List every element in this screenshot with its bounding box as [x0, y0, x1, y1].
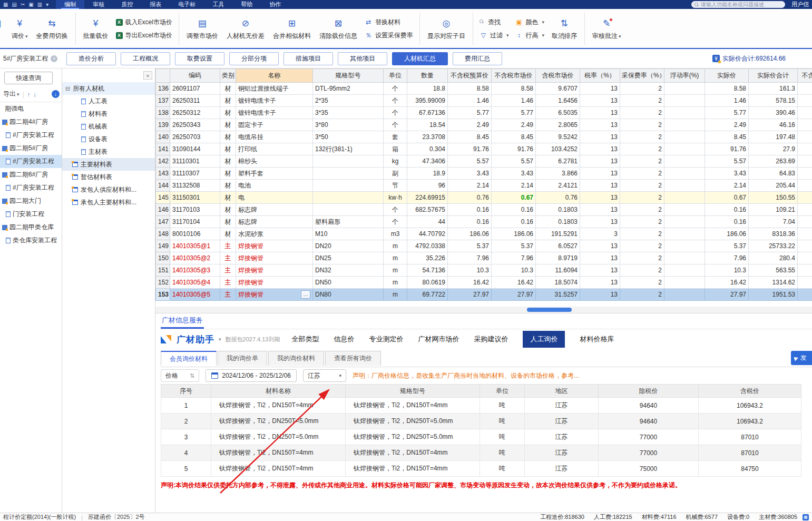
cell[interactable]: M10	[313, 228, 384, 240]
cell[interactable]: 8.45	[448, 131, 492, 143]
cell[interactable]: 46.16	[749, 119, 798, 131]
cell[interactable]: 8.45	[492, 131, 536, 143]
cell[interactable]: 54.7136	[407, 264, 448, 277]
cell[interactable]: 镀锌电缆卡子	[236, 107, 313, 119]
cell[interactable]: DN80	[313, 289, 384, 301]
export-excel-market-price-button[interactable]: X导出Excel市场价	[114, 31, 174, 41]
project-tree-item[interactable]: 期强电	[0, 102, 62, 115]
horizontal-scrollbar[interactable]	[155, 307, 812, 313]
rcj-tree-item[interactable]: 暂估材料表	[62, 171, 155, 183]
cell[interactable]: 箱	[384, 143, 407, 155]
cell[interactable]: 13	[580, 216, 620, 228]
cell[interactable]: 2.14	[705, 180, 749, 192]
cell[interactable]	[664, 204, 705, 216]
cell[interactable]: 棉纱头	[236, 155, 313, 168]
cell[interactable]: 镀锌电缆卡子	[236, 95, 313, 107]
adjust-price-button[interactable]: ¥调价▾	[8, 11, 31, 47]
table-row[interactable]: 14731170104材标志牌塑料扁形个440.160.160.18031320…	[156, 216, 812, 228]
cell[interactable]	[798, 168, 812, 180]
cell[interactable]	[664, 95, 705, 107]
cell[interactable]: 31170104	[170, 216, 220, 228]
cell[interactable]: 13	[580, 95, 620, 107]
cell[interactable]: m	[384, 240, 407, 252]
row-number-cell[interactable]: 140	[156, 131, 170, 143]
cell[interactable]: 江苏	[525, 461, 599, 477]
cell[interactable]: 8.58	[705, 83, 749, 95]
column-header[interactable]: 类别	[220, 69, 236, 83]
column-header[interactable]: 采保费率（%）	[620, 69, 664, 83]
table-row[interactable]: 15114010305@3主焊接钢管DN32m54.713610.310.311…	[156, 264, 812, 277]
column-header[interactable]: 不含税预算价	[448, 69, 492, 83]
column-header[interactable]: 实际价	[705, 69, 749, 83]
cell[interactable]: 0.76	[448, 192, 492, 204]
cell[interactable]: 91.76	[492, 143, 536, 155]
menu-tab-tools[interactable]: 工具	[204, 0, 232, 9]
cell[interactable]: 吨	[480, 429, 525, 445]
cell[interactable]: 1314.62	[749, 277, 798, 289]
cell[interactable]: 3*80	[313, 119, 384, 131]
cell[interactable]: 35.226	[407, 252, 448, 264]
cell[interactable]: 节	[384, 180, 407, 192]
cell[interactable]: 材	[220, 119, 236, 131]
cell[interactable]: 161.3	[749, 83, 798, 95]
cell[interactable]: 0.1803	[536, 204, 580, 216]
column-header[interactable]: 含税价	[699, 385, 801, 398]
cell[interactable]: 材	[220, 180, 236, 192]
cell[interactable]: 3.43	[705, 168, 749, 180]
cell[interactable]: 2	[620, 252, 664, 264]
nav-all-types[interactable]: 全部类型	[291, 335, 319, 344]
cell[interactable]: 个	[384, 95, 407, 107]
cell[interactable]	[798, 95, 812, 107]
cell[interactable]: 7.04	[749, 216, 798, 228]
cell[interactable]: 26250311	[170, 95, 220, 107]
cell[interactable]	[798, 204, 812, 216]
subtab-view-all-inquiries[interactable]: 查看所有询价	[325, 351, 381, 366]
cell[interactable]: 395.99009	[407, 95, 448, 107]
cell[interactable]: m3	[384, 228, 407, 240]
cell[interactable]: 14010305@2	[170, 252, 220, 264]
cell[interactable]: 钛焊接钢管，Ti2，DN250T=5.0mm	[211, 429, 346, 445]
cell[interactable]	[798, 289, 812, 301]
region-select[interactable]: 江苏 ▾	[303, 369, 346, 382]
column-header[interactable]: 不含税市场价	[492, 69, 536, 83]
table-row[interactable]: 14880010106材水泥砂浆M10m344.70792186.06186.0…	[156, 228, 812, 240]
cell[interactable]: 103.4252	[536, 143, 580, 155]
cell[interactable]: 1.46	[448, 95, 492, 107]
cell[interactable]: 3	[580, 228, 620, 240]
copy-icon[interactable]: ▣	[28, 2, 33, 7]
merge-similar-materials-button[interactable]: ⊞合并相似材料	[270, 11, 314, 47]
cell[interactable]: 13	[580, 83, 620, 95]
cell[interactable]: 2.14	[448, 180, 492, 192]
table-row[interactable]: 15214010305@4主焊接钢管DN50m80.061916.4216.42…	[156, 277, 812, 289]
cell[interactable]: 电池	[236, 180, 313, 192]
row-number-cell[interactable]: 148	[156, 228, 170, 240]
table-row[interactable]: 15014010305@2主焊接钢管DN25m35.2267.967.968.9…	[156, 252, 812, 264]
column-header[interactable]: 名称	[236, 69, 313, 83]
cell[interactable]: 18.5074	[536, 277, 580, 289]
cell[interactable]: 31090144	[170, 143, 220, 155]
subtab-my-inquiry-orders[interactable]: 我的询价单	[218, 351, 267, 366]
cell[interactable]: 3.43	[492, 168, 536, 180]
cell[interactable]	[664, 168, 705, 180]
cut-icon[interactable]: ✂	[21, 2, 25, 7]
table-row[interactable]: 14914010305@1主焊接钢管DN20m4792.03385.375.37…	[156, 240, 812, 252]
cell[interactable]: 91.76	[705, 143, 749, 155]
cell[interactable]: 18.9	[407, 168, 448, 180]
column-header[interactable]: 数量	[407, 69, 448, 83]
cell[interactable]: 91.76	[448, 143, 492, 155]
cell[interactable]: 10.3	[705, 264, 749, 277]
cell[interactable]: 主	[220, 289, 236, 301]
import-excel-market-price-button[interactable]: X载入Excel市场价	[114, 17, 174, 27]
cell[interactable]: 5.37	[705, 240, 749, 252]
cell[interactable]	[798, 216, 812, 228]
cell[interactable]: 主	[220, 277, 236, 289]
cell[interactable]: 1.6456	[536, 95, 580, 107]
statusbar-app-icon[interactable]: ▦	[803, 514, 809, 520]
menu-tab-report[interactable]: 报表	[141, 0, 170, 9]
project-tree-item[interactable]: #厂房安装工程	[0, 181, 62, 194]
cancel-sort-button[interactable]: ⇅取消排序	[549, 11, 580, 47]
column-header[interactable]: 规格型号	[346, 385, 480, 398]
cell[interactable]: 224.69915	[407, 192, 448, 204]
row-number-cell[interactable]: 151	[156, 264, 170, 277]
inquiry-row[interactable]: 1钛焊接钢管，Ti2，DN150T=4mm钛焊接钢管，Ti2，DN150T=4m…	[161, 398, 801, 414]
